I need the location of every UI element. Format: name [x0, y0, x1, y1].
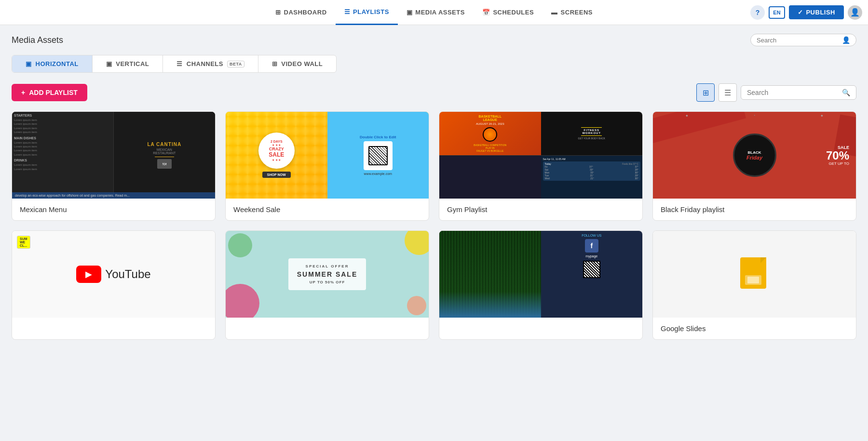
tab-vertical-label: VERTICAL [116, 60, 149, 67]
tab-horizontal-label: HORIZONTAL [36, 60, 79, 67]
beta-badge: BETA [227, 61, 244, 67]
tab-video-wall[interactable]: ⊞ VIDEO WALL [258, 55, 336, 72]
playlist-grid: STARTERS Lorem ipsum itemLorem ipsum ite… [12, 111, 856, 340]
card-label-mexican-menu: Mexican Menu [12, 199, 215, 220]
card-thumbnail-youtube: SUMWECL... ▶ YouTube [12, 231, 215, 318]
dashboard-icon: ⊞ [275, 9, 281, 16]
grid-icon: ⊞ [703, 88, 709, 97]
grid-view-button[interactable]: ⊞ [696, 83, 715, 102]
card-label-summer-sale [226, 318, 429, 331]
card-thumbnail-summer-sale: SPECIAL OFFER SUMMER SALE UP TO 50% OFF [226, 231, 429, 318]
card-label-weekend-sale: Weekend Sale [226, 199, 429, 220]
header-search[interactable]: 👤 [750, 34, 856, 46]
publish-label: PUBLISH [806, 9, 835, 16]
page-title: Media Assets [12, 35, 63, 45]
search-box[interactable]: 🔍 [741, 85, 856, 100]
language-selector[interactable]: EN [769, 6, 785, 19]
video-wall-icon: ⊞ [272, 60, 278, 67]
header-search-input[interactable] [757, 37, 842, 44]
card-label-google-slides: Google Slides [653, 318, 856, 339]
view-controls: ⊞ ☰ 🔍 [696, 83, 856, 102]
nav-item-dashboard[interactable]: ⊞ DASHBOARD [267, 0, 336, 25]
publish-check-icon: ✓ [798, 9, 803, 16]
user-avatar[interactable]: 👤 [848, 5, 862, 20]
search-icon: 🔍 [842, 89, 850, 96]
content-wrapper: Media Assets 👤 ▣ HORIZONTAL ▣ VERTICAL ☰… [0, 25, 868, 441]
card-thumbnail-weekend-sale: 2 DAYS ★ ★ ★ CRAZY SALE ★ ★ ★ SHOP NOW [226, 112, 429, 199]
top-nav: ⊞ DASHBOARD ☰ PLAYLISTS ▣ MEDIA ASSETS 📅… [0, 0, 868, 25]
nav-item-playlists[interactable]: ☰ PLAYLISTS [336, 0, 398, 25]
avatar-icon: 👤 [850, 8, 860, 17]
header-search-icon: 👤 [842, 36, 850, 44]
list-view-button[interactable]: ☰ [719, 83, 737, 102]
tab-channels-label: CHANNELS [187, 60, 223, 67]
card-label-social [439, 318, 642, 331]
nav-item-media-assets[interactable]: ▣ MEDIA ASSETS [398, 0, 474, 25]
tab-video-wall-label: VIDEO WALL [281, 60, 323, 67]
help-icon: ? [756, 9, 760, 16]
tab-bar: ▣ HORIZONTAL ▣ VERTICAL ☰ CHANNELS BETA … [12, 55, 337, 73]
screens-icon: ▬ [551, 9, 558, 16]
card-thumbnail-google-slides [653, 231, 856, 318]
channels-icon: ☰ [176, 60, 183, 67]
nav-label-screens: SCREENS [561, 9, 593, 16]
media-assets-icon: ▣ [407, 9, 413, 16]
playlist-card-weekend-sale[interactable]: 2 DAYS ★ ★ ★ CRAZY SALE ★ ★ ★ SHOP NOW [225, 111, 429, 221]
playlist-card-mexican-menu[interactable]: STARTERS Lorem ipsum itemLorem ipsum ite… [12, 111, 216, 221]
add-icon: + [21, 89, 25, 96]
nav-item-schedules[interactable]: 📅 SCHEDULES [474, 0, 542, 25]
playlist-card-gym-playlist[interactable]: BASKETBALLLEAGUE AUGUST 20-21, 2023 BASK… [439, 111, 643, 221]
card-label-youtube [12, 318, 215, 331]
card-thumbnail-gym-playlist: BASKETBALLLEAGUE AUGUST 20-21, 2023 BASK… [439, 112, 642, 199]
nav-label-playlists: PLAYLISTS [353, 8, 389, 15]
tab-channels[interactable]: ☰ CHANNELS BETA [163, 55, 258, 72]
card-thumbnail-black-friday: BLACK Friday SALE 70% GET UP TO ✦▪✦ [653, 112, 856, 199]
add-playlist-button[interactable]: + ADD PLAYLIST [12, 84, 87, 101]
horizontal-icon: ▣ [26, 60, 32, 67]
playlist-card-google-slides[interactable]: Google Slides [652, 230, 856, 340]
schedules-icon: 📅 [482, 9, 490, 16]
playlist-card-youtube[interactable]: SUMWECL... ▶ YouTube [12, 230, 216, 340]
playlist-card-social[interactable]: 🔲 National Geographic ©Insta FOLLOW US f [439, 230, 643, 340]
nav-label-dashboard: DASHBOARD [284, 9, 327, 16]
nav-item-screens[interactable]: ▬ SCREENS [542, 0, 601, 25]
card-thumbnail-social: 🔲 National Geographic ©Insta FOLLOW US f [439, 231, 642, 318]
list-icon: ☰ [724, 88, 731, 97]
card-thumbnail-mexican-menu: STARTERS Lorem ipsum itemLorem ipsum ite… [12, 112, 215, 199]
vertical-icon: ▣ [106, 60, 112, 67]
toolbar: + ADD PLAYLIST ⊞ ☰ 🔍 [12, 83, 856, 102]
main-area: Media Assets 👤 ▣ HORIZONTAL ▣ VERTICAL ☰… [0, 25, 868, 348]
publish-button[interactable]: ✓ PUBLISH [789, 5, 844, 19]
add-playlist-label: ADD PLAYLIST [29, 89, 78, 96]
language-label: EN [773, 10, 780, 15]
playlist-card-summer-sale[interactable]: SPECIAL OFFER SUMMER SALE UP TO 50% OFF [225, 230, 429, 340]
tab-vertical[interactable]: ▣ VERTICAL [93, 55, 163, 72]
help-button[interactable]: ? [750, 5, 765, 20]
tab-horizontal[interactable]: ▣ HORIZONTAL [12, 55, 93, 72]
nav-label-schedules: SCHEDULES [493, 9, 534, 16]
search-input[interactable] [747, 89, 842, 96]
nav-label-media-assets: MEDIA ASSETS [415, 9, 465, 16]
playlists-icon: ☰ [344, 8, 351, 15]
playlist-card-black-friday[interactable]: BLACK Friday SALE 70% GET UP TO ✦▪✦ B [652, 111, 856, 221]
card-label-gym-playlist: Gym Playlist [439, 199, 642, 220]
card-label-black-friday: Black Friday playlist [653, 199, 856, 220]
page-header: Media Assets 👤 [12, 34, 856, 46]
